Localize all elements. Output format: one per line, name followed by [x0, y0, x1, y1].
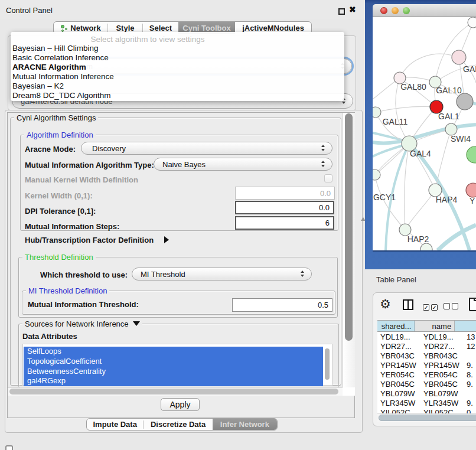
scrollbar-corner — [343, 387, 355, 396]
table-scrollbar-thumb[interactable] — [379, 415, 476, 421]
algorithm-option[interactable]: Dream8 DC_TDC Algorithm — [12, 91, 114, 100]
column-header-shared-name[interactable]: shared... — [377, 321, 415, 331]
table-body: YDL19... YDL19... 13 YDR27... YDR27... 1… — [377, 332, 476, 413]
node[interactable] — [468, 17, 476, 28]
node-gcy1[interactable] — [373, 169, 380, 180]
panel-title: Control Panel — [6, 6, 53, 15]
table-row[interactable]: YDL19... YDL19... 13 — [377, 332, 476, 341]
table-row[interactable]: YPR145W YPR145W 9. — [377, 360, 476, 370]
node[interactable] — [467, 146, 476, 163]
node-label: GAL8 — [463, 64, 476, 74]
dpi-tolerance-field[interactable]: 0.0 — [235, 201, 334, 214]
close-traffic-light[interactable] — [380, 7, 387, 14]
node-label: HAP4 — [436, 195, 458, 204]
list-scrollbar-thumb[interactable] — [325, 348, 330, 380]
aracne-mode-label: Aracne Mode: — [25, 145, 76, 154]
node[interactable] — [466, 183, 476, 197]
select-all-icon[interactable]: ✓✓ — [423, 301, 438, 312]
network-canvas[interactable]: GAL8 GAL80 GAL10 GAL1 GAL11 SWI4 GAL4 HA… — [373, 17, 476, 250]
table-panel-title: Table Panel — [376, 275, 416, 284]
new-table-icon[interactable] — [469, 298, 476, 311]
which-threshold-combo[interactable]: MI Threshold — [132, 268, 312, 281]
apply-button[interactable]: Apply — [161, 398, 200, 411]
network-window-titlebar[interactable] — [373, 4, 476, 17]
panel-dock-icon[interactable] — [5, 445, 13, 450]
table-row[interactable]: YIL052C YIL052C 0 — [377, 407, 476, 413]
algorithm-option[interactable]: Mutual Information Inference — [12, 72, 114, 81]
algorithm-option[interactable]: Bayesian – Hill Climbing — [12, 44, 114, 53]
network-icon — [60, 24, 67, 32]
node-swi4[interactable] — [445, 123, 457, 135]
algorithm-option-selected[interactable]: ARACNE Algorithm — [12, 63, 114, 72]
node-label: GAL1 — [438, 112, 459, 121]
zoom-traffic-light[interactable] — [403, 7, 410, 14]
mi-threshold-field[interactable]: 0.5 — [232, 298, 332, 312]
vertical-scrollbar-thumb[interactable] — [345, 113, 353, 341]
columns-icon[interactable] — [403, 299, 413, 310]
algorithm-dropdown-popup: Select algorithm to view settings Bayesi… — [11, 32, 344, 101]
mi-type-label: Mutual Information Algorithm Type: — [25, 161, 154, 169]
table-row[interactable]: YBR045C YBR045C 9. — [377, 379, 476, 389]
table-row[interactable]: YER054C YER054C 8. — [377, 370, 476, 379]
node-hap2[interactable] — [399, 224, 411, 236]
list-item[interactable]: BetweennessCentrality — [24, 367, 323, 377]
expand-arrow-icon[interactable] — [164, 236, 169, 243]
node-label: GCY1 — [373, 193, 396, 202]
table-row[interactable]: YBL079W YBL079W — [377, 389, 476, 398]
tab-infer-network[interactable]: Infer Network — [213, 419, 277, 430]
deselect-all-icon[interactable] — [444, 301, 458, 312]
group-title: Sources for Network Inference — [22, 319, 142, 328]
list-item[interactable]: TopologicalCoefficient — [24, 357, 323, 367]
algorithm-option[interactable]: Bayesian – K2 — [12, 81, 114, 91]
list-item[interactable]: SelfLoops — [24, 347, 323, 357]
node-label: HAP2 — [407, 234, 429, 244]
minimize-traffic-light[interactable] — [392, 7, 399, 14]
stepper-arrows-icon — [321, 145, 326, 152]
stepper-arrows-icon — [300, 270, 305, 278]
group-title: Cyni Algorithm Settings — [14, 113, 98, 122]
node-label: SWI4 — [451, 134, 471, 144]
hub-definition-label: Hub/Transcription Factor Definition — [25, 236, 154, 244]
column-header[interactable] — [455, 321, 476, 331]
node-label: GAL11 — [383, 117, 408, 126]
kernel-width-field[interactable]: 0.0 — [235, 187, 335, 200]
mi-steps-field[interactable]: 6 — [235, 216, 334, 230]
table-row[interactable]: YDR27... YDR27... 12 — [377, 341, 476, 351]
collapse-arrow-icon — [133, 321, 140, 326]
screen: Control Panel ✖ Inference Algorithm ARAC… — [0, 0, 476, 450]
group-title: Threshold Definition — [22, 253, 96, 262]
node-gal11[interactable] — [373, 107, 381, 118]
aracne-mode-combo[interactable]: Discovery — [81, 142, 332, 155]
data-attributes-label: Data Attributes — [22, 332, 77, 341]
manual-kernel-checkbox[interactable] — [324, 174, 332, 182]
node[interactable] — [457, 93, 473, 110]
list-item[interactable]: gal4RGexp — [24, 376, 323, 386]
mi-steps-label: Mutual Information Steps: — [25, 222, 119, 231]
data-attributes-list[interactable]: SelfLoopsTopologicalCoefficientBetweenne… — [22, 344, 332, 386]
horizontal-scrollbar-thumb[interactable] — [9, 389, 338, 394]
control-panel-titlebar — [0, 0, 366, 19]
kernel-width-label: Kernel Width (0,1): — [25, 191, 93, 200]
mi-type-combo[interactable]: Naive Bayes — [154, 158, 332, 171]
gear-icon[interactable]: ⚙ — [380, 297, 391, 311]
algorithm-option[interactable]: Basic Correlation Inference — [12, 53, 114, 63]
which-threshold-label: Which threshold to use: — [40, 270, 128, 279]
node[interactable] — [452, 50, 466, 64]
table-header: shared... name — [377, 320, 476, 332]
float-window-icon[interactable] — [338, 8, 345, 15]
tab-impute-data[interactable]: Impute Data — [87, 419, 143, 430]
node-label: Y — [470, 196, 475, 206]
column-header-name[interactable]: name — [415, 321, 455, 331]
table-row[interactable]: YLR345W YLR345W 9. — [377, 398, 476, 407]
manual-kernel-label: Manual Kernel Width Definition — [25, 175, 138, 184]
stepper-arrows-icon — [321, 161, 326, 168]
close-icon[interactable]: ✖ — [349, 5, 356, 14]
table-row[interactable]: YBR043C YBR043C — [377, 351, 476, 360]
node-label: GAL10 — [436, 86, 462, 95]
dpi-tolerance-label: DPI Tolerance [0,1]: — [25, 207, 96, 216]
group-title: Algorithm Definition — [24, 131, 96, 139]
group-title: MI Threshold Definition — [26, 286, 109, 295]
popup-hint: Select algorithm to view settings — [11, 35, 285, 44]
tab-discretize-data[interactable]: Discretize Data — [144, 419, 212, 430]
mi-threshold-label: Mutual Information Threshold: — [28, 300, 139, 309]
